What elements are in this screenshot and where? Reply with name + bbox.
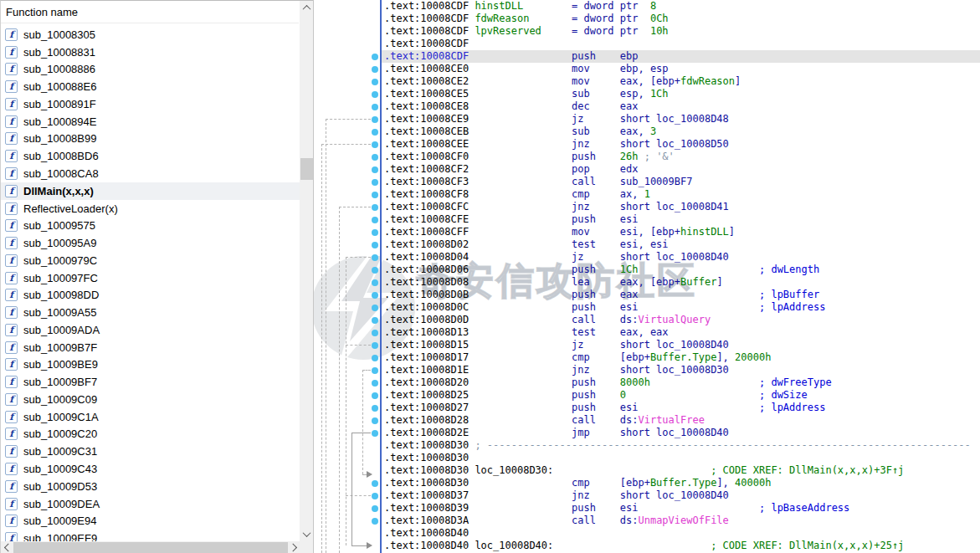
asm-line[interactable]: .text:10008D3A call ds:UnmapViewOfFile <box>382 515 980 527</box>
asm-line[interactable]: .text:10008D25 push 0 ; dwSize <box>382 389 980 402</box>
function-icon: f <box>5 341 18 354</box>
asm-line[interactable]: .text:10008D20 push 8000h ; dwFreeType <box>382 376 980 389</box>
function-icon: f <box>5 28 18 41</box>
function-list-item[interactable]: fsub_10008886 <box>1 61 300 79</box>
function-icon: f <box>5 445 18 458</box>
functions-column-header[interactable]: Function name <box>1 1 299 23</box>
disassembly-listing: .text:10008CDF hinstDLL = dword ptr 8.te… <box>382 0 980 553</box>
asm-line[interactable]: .text:10008D30 cmp [ebp+Buffer.Type], 40… <box>382 477 980 489</box>
function-list-item[interactable]: fReflectiveLoader(x) <box>1 200 300 218</box>
function-list-item[interactable]: fsub_10009A55 <box>1 304 300 321</box>
asm-line[interactable]: .text:10008CFE push esi <box>382 213 980 226</box>
function-list-item[interactable]: fsub_10009E94 <box>1 512 300 530</box>
function-name-label: sub_10008B99 <box>23 132 96 145</box>
function-list-item[interactable]: fsub_10009C31 <box>1 443 300 460</box>
scroll-left-button[interactable] <box>1 541 13 553</box>
functions-vscrollbar[interactable] <box>300 1 314 541</box>
scroll-up-button[interactable] <box>300 1 314 15</box>
asm-line[interactable]: .text:10008D0C push esi ; lpAddress <box>382 301 980 314</box>
function-list-item[interactable]: fsub_10008CA8 <box>1 165 300 182</box>
function-list-item[interactable]: fsub_10009ADA <box>1 321 300 339</box>
asm-line[interactable]: .text:10008D02 test esi, esi <box>382 238 980 251</box>
function-list-item[interactable]: fsub_1000891F <box>1 95 300 113</box>
function-list-item[interactable]: fsub_10009B7F <box>1 339 300 356</box>
instruction-dot <box>372 317 378 324</box>
function-list-item[interactable]: fsub_100097FC <box>1 269 300 287</box>
function-list-item[interactable]: fsub_1000979C <box>1 252 300 269</box>
function-list-item[interactable]: fsub_10008305 <box>1 26 300 44</box>
asm-line[interactable]: .text:10008CDF lpvReserved = dword ptr 1… <box>382 25 980 38</box>
asm-line[interactable]: .text:10008CE8 dec eax <box>382 100 980 113</box>
instruction-dot <box>372 204 378 211</box>
asm-line[interactable]: .text:10008CDF fdwReason = dword ptr 0Ch <box>382 13 980 25</box>
function-list-item[interactable]: fsub_100095A9 <box>1 234 300 252</box>
asm-line[interactable]: .text:10008D40 loc_10008D40: ; CODE XREF… <box>382 540 980 552</box>
function-list-item[interactable]: fsub_10009BF7 <box>1 373 300 391</box>
asm-line[interactable]: .text:10008CDF hinstDLL = dword ptr 8 <box>382 0 980 13</box>
function-list-item[interactable]: fsub_10009C1A <box>1 408 300 426</box>
function-list-item[interactable]: fsub_10009DEA <box>1 495 300 513</box>
function-list-item[interactable]: fsub_10009BE9 <box>1 356 300 374</box>
asm-line[interactable]: .text:10008D37 jnz short loc_10008D40 <box>382 489 980 502</box>
function-list-item[interactable]: fsub_100088E6 <box>1 78 300 95</box>
asm-line[interactable]: .text:10008D30 ; -----------------------… <box>382 439 980 452</box>
asm-line[interactable]: .text:10008D30 loc_10008D30: ; CODE XREF… <box>382 464 980 477</box>
vscrollbar-thumb[interactable] <box>300 158 313 180</box>
asm-line[interactable]: .text:10008CE9 jz short loc_10008D48 <box>382 113 980 125</box>
function-list-item[interactable]: fsub_1000894E <box>1 113 300 131</box>
listing-focus-border <box>380 0 382 553</box>
asm-line[interactable]: .text:10008D28 call ds:VirtualFree <box>382 414 980 427</box>
function-list-item[interactable]: fsub_100098DD <box>1 286 300 304</box>
scroll-down-button[interactable] <box>300 527 314 541</box>
asm-line[interactable]: .text:10008D0B push eax ; lpBuffer <box>382 289 980 301</box>
asm-line[interactable]: .text:10008D04 jz short loc_10008D40 <box>382 251 980 264</box>
asm-line[interactable]: .text:10008D08 lea eax, [ebp+Buffer] <box>382 276 980 289</box>
asm-line[interactable]: .text:10008CFC jnz short loc_10008D41 <box>382 201 980 213</box>
instruction-dot <box>372 405 378 412</box>
asm-line[interactable]: .text:10008CE5 sub esp, 1Ch <box>382 88 980 100</box>
jump-arrow-solid <box>351 433 352 545</box>
asm-line[interactable]: .text:10008CF0 push 26h ; '&' <box>382 151 980 163</box>
asm-line[interactable]: .text:10008D13 test eax, eax <box>382 326 980 339</box>
function-list-item[interactable]: fsub_10009C09 <box>1 391 300 408</box>
function-list-item[interactable]: fDllMain(x,x,x) <box>1 182 300 200</box>
function-list-item[interactable]: fsub_10008BD6 <box>1 147 300 165</box>
instruction-dot <box>372 254 378 261</box>
asm-line[interactable]: .text:10008CE0 mov ebp, esp <box>382 63 980 75</box>
asm-line[interactable]: .text:10008D06 push 1Ch ; dwLength <box>382 264 980 276</box>
instruction-dot <box>372 279 378 286</box>
function-list-item[interactable]: fsub_10009575 <box>1 217 300 234</box>
asm-line-current[interactable]: .text:10008CDF push ebp <box>382 50 980 63</box>
function-icon: f <box>5 150 18 162</box>
asm-line[interactable]: .text:10008D30 <box>382 452 980 464</box>
asm-line[interactable]: .text:10008D40 <box>382 527 980 540</box>
asm-line[interactable]: .text:10008D39 push esi ; lpBaseAddress <box>382 502 980 515</box>
asm-line[interactable]: .text:10008D15 jz short loc_10008D40 <box>382 339 980 351</box>
function-list-item[interactable]: fsub_10009C20 <box>1 426 300 443</box>
asm-line[interactable]: .text:10008CEE jnz short loc_10008D50 <box>382 138 980 151</box>
function-name-label: sub_10008CA8 <box>23 167 99 180</box>
asm-line[interactable]: .text:10008CDF <box>382 38 980 50</box>
function-name-label: sub_10009C20 <box>23 428 97 440</box>
function-list-item[interactable]: fsub_10009C43 <box>1 460 300 478</box>
asm-line[interactable]: .text:10008CF8 cmp ax, 1 <box>382 188 980 201</box>
asm-line[interactable]: .text:10008CFF mov esi, [ebp+hinstDLL] <box>382 226 980 238</box>
asm-line[interactable]: .text:10008CF3 call sub_10009BF7 <box>382 176 980 188</box>
asm-line[interactable]: .text:10008D17 cmp [ebp+Buffer.Type], 20… <box>382 351 980 364</box>
hscrollbar-thumb[interactable] <box>13 542 288 553</box>
function-list-item[interactable]: fsub_10008831 <box>1 44 300 61</box>
function-icon: f <box>5 498 18 510</box>
function-list-item[interactable]: fsub_10008B99 <box>1 131 300 148</box>
function-name-label: sub_10009C1A <box>23 411 99 423</box>
asm-line[interactable]: .text:10008D0D call ds:VirtualQuery <box>382 314 980 326</box>
asm-line[interactable]: .text:10008CEB sub eax, 3 <box>382 125 980 138</box>
asm-line[interactable]: .text:10008CF2 pop edx <box>382 163 980 176</box>
asm-line[interactable]: .text:10008D1E jnz short loc_10008D30 <box>382 364 980 376</box>
function-icon: f <box>5 254 18 267</box>
asm-line[interactable]: .text:10008D2E jmp short loc_10008D40 <box>382 427 980 439</box>
asm-line[interactable]: .text:10008D27 push esi ; lpAddress <box>382 402 980 414</box>
function-list-item[interactable]: fsub_10009D53 <box>1 478 300 495</box>
asm-line[interactable]: .text:10008CE2 mov eax, [ebp+fdwReason] <box>382 75 980 88</box>
scroll-right-button[interactable] <box>288 541 300 553</box>
function-name-label: sub_1000894E <box>23 115 96 128</box>
